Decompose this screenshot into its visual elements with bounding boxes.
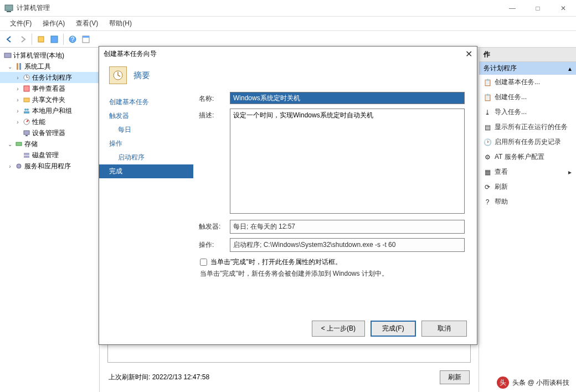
chevron-right-icon: ▸ (568, 168, 572, 176)
nav-action[interactable]: 操作 (99, 137, 193, 151)
gear-icon: ⚙ (484, 153, 491, 161)
svg-rect-13 (24, 98, 29, 102)
svg-rect-16 (24, 111, 29, 114)
menu-file[interactable]: 文件(F) (4, 17, 37, 30)
back-button[interactable]: < 上一步(B) (312, 321, 365, 337)
wizard-nav: 创建基本任务 触发器 每日 操作 启动程序 完成 (99, 92, 193, 316)
svg-point-15 (27, 109, 29, 111)
svg-rect-8 (4, 53, 11, 58)
summary-icon (109, 66, 127, 84)
desc-input[interactable]: 设定一个时间，实现Windows系统定时自动关机 (230, 109, 465, 214)
svg-rect-10 (19, 63, 21, 70)
svg-text:?: ? (71, 35, 75, 43)
svg-point-23 (17, 164, 21, 168)
dialog-heading: 摘要 (133, 70, 150, 81)
tree-local-users[interactable]: ›本地用户和组 (0, 105, 99, 116)
svg-rect-2 (38, 37, 44, 42)
action-show-running[interactable]: ▤显示所有正在运行的任务 (479, 120, 576, 135)
actions-group: 务计划程序▴ (479, 62, 576, 75)
nav-finish[interactable]: 完成 (99, 164, 193, 178)
name-input[interactable] (230, 92, 465, 104)
view-icon: ▦ (484, 168, 491, 176)
toolbar: ? (0, 31, 576, 48)
watermark-icon: 头 (497, 376, 509, 389)
svg-rect-3 (51, 36, 58, 43)
refresh-icon: ⟳ (484, 183, 491, 191)
svg-rect-22 (24, 156, 29, 158)
minimize-button[interactable]: — (500, 0, 525, 17)
nav-tree: 计算机管理(本地) ⌄系统工具 ›任务计划程序 ›事件查看器 ›共享文件夹 ›本… (0, 48, 100, 392)
task-icon: 📋 (484, 79, 491, 86)
nav-daily[interactable]: 每日 (99, 123, 193, 137)
list-icon[interactable] (48, 33, 60, 45)
refresh-button[interactable]: 刷新 (440, 370, 470, 384)
open-props-checkbox[interactable] (200, 259, 207, 266)
cancel-button[interactable]: 取消 (421, 321, 467, 337)
svg-rect-1 (7, 11, 11, 12)
nav-trigger[interactable]: 触发器 (99, 109, 193, 123)
action-create-basic[interactable]: 📋创建基本任务... (479, 75, 576, 90)
svg-rect-12 (24, 86, 29, 91)
svg-point-14 (24, 109, 27, 111)
dialog-close-icon[interactable]: ✕ (465, 49, 472, 59)
app-icon (4, 4, 13, 13)
action-help[interactable]: ?帮助 (479, 194, 576, 209)
watermark: 头 头条 @ 小雨谈科技 (497, 376, 569, 389)
finish-button[interactable]: 完成(F) (371, 321, 416, 337)
menu-view[interactable]: 查看(V) (70, 17, 104, 30)
svg-rect-7 (83, 36, 89, 38)
forward-icon[interactable] (17, 33, 29, 45)
tree-root[interactable]: 计算机管理(本地) (0, 50, 99, 61)
dialog-title: 创建基本任务向导 (104, 49, 465, 59)
close-button[interactable]: ✕ (551, 0, 576, 17)
action-view[interactable]: ▦查看▸ (479, 164, 576, 179)
wizard-dialog: 创建基本任务向导 ✕ 摘要 创建基本任务 触发器 每日 操作 启动程序 完成 名… (99, 46, 477, 345)
label-trigger: 触发器: (199, 220, 224, 231)
tree-performance[interactable]: ›性能 (0, 116, 99, 127)
svg-rect-18 (24, 131, 29, 135)
menu-action[interactable]: 操作(A) (37, 17, 70, 30)
tree-device-manager[interactable]: 设备管理器 (0, 127, 99, 138)
help-icon: ? (484, 198, 491, 206)
checkbox-label: 当单击"完成"时，打开此任务属性的对话框。 (210, 257, 342, 267)
action-field: 启动程序; C:\Windows\System32\shutdown.exe -… (230, 238, 465, 252)
import-icon: ⤓ (484, 109, 491, 116)
label-name: 名称: (199, 92, 224, 104)
action-at-service[interactable]: ⚙AT 服务帐户配置 (479, 149, 576, 164)
tree-system-tools[interactable]: ⌄系统工具 (0, 61, 99, 72)
back-icon[interactable] (3, 33, 16, 45)
label-desc: 描述: (199, 109, 224, 120)
svg-rect-0 (5, 5, 13, 11)
label-action: 操作: (199, 238, 224, 250)
tree-storage[interactable]: ⌄存储 (0, 138, 99, 149)
tree-event-viewer[interactable]: ›事件查看器 (0, 83, 99, 94)
collapse-icon[interactable]: ▴ (568, 65, 572, 73)
tree-disk-management[interactable]: 磁盘管理 (0, 149, 99, 161)
nav-start-program[interactable]: 启动程序 (99, 151, 193, 164)
up-icon[interactable] (35, 33, 47, 45)
actions-pane: 作 务计划程序▴ 📋创建基本任务... 📋创建任务... ⤓导入任务... ▤显… (479, 48, 576, 392)
task-icon: 📋 (484, 94, 491, 101)
svg-rect-20 (16, 142, 22, 146)
svg-rect-9 (17, 63, 18, 70)
list-icon: ▤ (484, 123, 491, 131)
last-refresh-text: 上次刷新时间: 2022/2/13 12:47:58 (109, 373, 209, 382)
menu-help[interactable]: 帮助(H) (104, 17, 137, 30)
svg-rect-21 (24, 153, 29, 155)
window-title: 计算机管理 (17, 3, 500, 13)
menubar: 文件(F) 操作(A) 查看(V) 帮助(H) (0, 17, 576, 31)
titlebar: 计算机管理 — □ ✕ (0, 0, 576, 17)
tree-services-apps[interactable]: ›服务和应用程序 (0, 161, 99, 172)
finish-note: 当单击"完成"时，新任务将会被创建并添加到 Windows 计划中。 (199, 269, 465, 278)
action-import[interactable]: ⤓导入任务... (479, 105, 576, 120)
svg-rect-19 (25, 135, 28, 136)
help-icon[interactable]: ? (66, 33, 79, 45)
maximize-button[interactable]: □ (525, 0, 551, 17)
action-enable-history[interactable]: 🕑启用所有任务历史记录 (479, 135, 576, 149)
tree-shared-folders[interactable]: ›共享文件夹 (0, 94, 99, 105)
action-create[interactable]: 📋创建任务... (479, 90, 576, 105)
props-icon[interactable] (80, 33, 92, 45)
nav-create-basic[interactable]: 创建基本任务 (99, 95, 193, 109)
action-refresh[interactable]: ⟳刷新 (479, 179, 576, 194)
tree-task-scheduler[interactable]: ›任务计划程序 (0, 72, 99, 83)
